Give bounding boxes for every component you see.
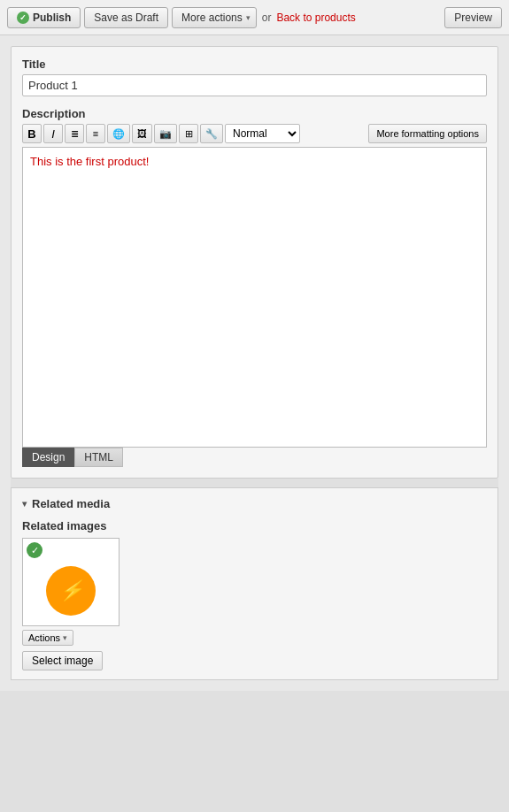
lightning-icon: ⚡ — [59, 579, 83, 602]
back-link-label: Back to products — [276, 11, 355, 24]
editor-content: This is the first product! — [30, 155, 149, 168]
check-icon: ✓ — [17, 11, 29, 24]
widget-button[interactable]: 🔧 — [200, 124, 223, 143]
more-formatting-button[interactable]: More formatting options — [368, 124, 487, 143]
media-button[interactable]: 📷 — [154, 124, 177, 143]
main-content: Title Description B I ≣ ≡ — [0, 35, 509, 691]
description-label: Description — [22, 107, 487, 120]
select-image-label: Select image — [32, 655, 93, 667]
unordered-list-icon: ≡ — [93, 128, 98, 139]
title-section: Title — [22, 57, 487, 96]
table-button[interactable]: ⊞ — [179, 124, 198, 143]
preview-button[interactable]: Preview — [444, 7, 502, 28]
unordered-list-button[interactable]: ≡ — [86, 124, 105, 143]
title-label: Title — [22, 57, 487, 71]
publish-label: Publish — [33, 11, 71, 24]
select-image-button[interactable]: Select image — [22, 651, 103, 670]
bold-icon: B — [27, 127, 35, 141]
section-divider — [11, 479, 498, 487]
image-check-icon: ✓ — [27, 542, 42, 558]
actions-chevron-icon: ▾ — [63, 633, 67, 642]
format-select[interactable]: Normal Heading 1 Heading 2 Heading 3 — [225, 124, 300, 143]
chevron-down-icon: ▾ — [246, 13, 251, 22]
more-actions-label: More actions — [181, 11, 243, 24]
save-draft-label: Save as Draft — [94, 11, 158, 24]
image-thumbnail: ✓ ⚡ — [22, 538, 120, 626]
image-placeholder: ⚡ — [46, 566, 96, 616]
ordered-list-icon: ≣ — [71, 128, 79, 140]
preview-label: Preview — [454, 11, 492, 24]
description-section: Description B I ≣ ≡ 🌐 🖼 — [22, 107, 487, 467]
back-to-products-link[interactable]: Back to products — [276, 11, 355, 24]
editor-toolbar: B I ≣ ≡ 🌐 🖼 📷 — [22, 124, 487, 143]
link-button[interactable]: 🌐 — [107, 124, 130, 143]
chevron-down-icon: ▾ — [22, 499, 27, 509]
more-formatting-label: More formatting options — [376, 128, 479, 139]
tab-html[interactable]: HTML — [74, 448, 123, 467]
related-images-label: Related images — [22, 519, 487, 532]
actions-button[interactable]: Actions ▾ — [22, 630, 73, 646]
separator-text: or — [262, 11, 272, 24]
tab-design-label: Design — [32, 451, 65, 463]
bold-button[interactable]: B — [22, 124, 42, 143]
related-media-title: Related media — [32, 497, 110, 510]
related-media-header: ▾ Related media — [22, 497, 487, 510]
tab-design[interactable]: Design — [22, 448, 74, 467]
italic-button[interactable]: I — [43, 124, 63, 143]
table-icon: ⊞ — [185, 128, 193, 140]
toolbar: ✓ Publish Save as Draft More actions ▾ o… — [0, 0, 509, 35]
save-draft-button[interactable]: Save as Draft — [84, 7, 168, 28]
related-media-section: ▾ Related media Related images ✓ ⚡ Actio… — [11, 487, 498, 680]
tab-html-label: HTML — [84, 451, 113, 463]
link-icon: 🌐 — [112, 128, 125, 140]
widget-icon: 🔧 — [205, 128, 218, 140]
more-actions-button[interactable]: More actions ▾ — [172, 7, 257, 28]
editor-area[interactable]: This is the first product! — [22, 147, 487, 448]
content-panel: Title Description B I ≣ ≡ — [11, 46, 498, 479]
image-button[interactable]: 🖼 — [132, 124, 152, 143]
media-icon: 📷 — [159, 128, 172, 140]
ordered-list-button[interactable]: ≣ — [65, 124, 84, 143]
actions-label: Actions — [28, 632, 60, 643]
publish-button[interactable]: ✓ Publish — [7, 7, 81, 28]
title-input[interactable] — [22, 74, 487, 96]
italic-icon: I — [51, 127, 55, 141]
editor-tabs: Design HTML — [22, 448, 487, 467]
image-icon: 🖼 — [137, 128, 147, 139]
